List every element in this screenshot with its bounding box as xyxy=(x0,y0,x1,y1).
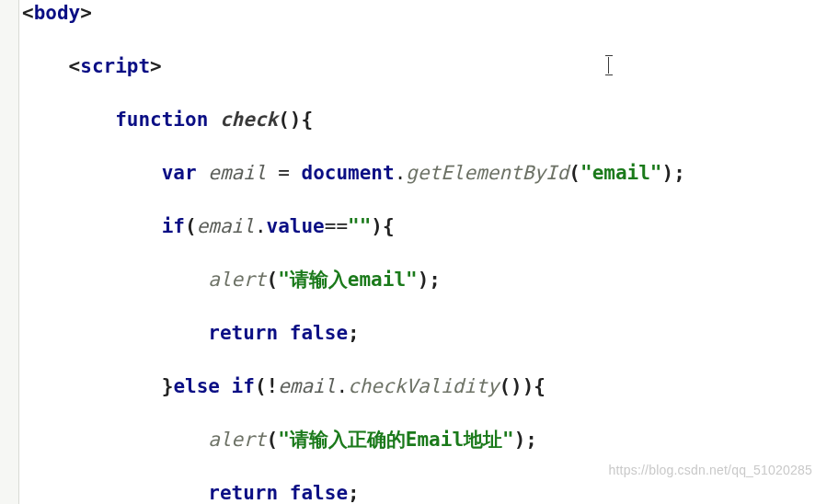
id-value: value xyxy=(267,215,325,237)
kw-function: function xyxy=(115,109,208,131)
kw-return: return xyxy=(208,482,278,504)
kw-elseif: else if xyxy=(173,375,255,397)
id-email: email xyxy=(278,375,336,397)
str-alert: "请输入正确的Email地址" xyxy=(278,429,514,451)
kw-false: false xyxy=(290,322,348,344)
code-line[interactable]: <body> xyxy=(22,0,827,27)
fn-alert: alert xyxy=(208,429,266,451)
str-empty: "" xyxy=(348,215,371,237)
code-line[interactable]: var email = document.getElementById("ema… xyxy=(22,160,827,187)
kw-false: false xyxy=(290,482,348,504)
id-email: email xyxy=(208,162,266,184)
watermark: https://blog.csdn.net/qq_51020285 xyxy=(609,457,812,484)
code-editor[interactable]: <body> <script> function check(){ var em… xyxy=(0,0,827,504)
str-email: "email" xyxy=(580,162,662,184)
fn-checkValidity: checkValidity xyxy=(348,375,499,397)
code-line[interactable]: alert("请输入email"); xyxy=(22,267,827,293)
str-alert: "请输入email" xyxy=(278,269,418,291)
kw-if: if xyxy=(162,215,185,237)
tag-body: body xyxy=(34,2,81,24)
id-email: email xyxy=(197,215,255,237)
tag-script: script xyxy=(80,55,150,77)
code-line[interactable]: if(email.value==""){ xyxy=(22,213,827,240)
fn-check: check xyxy=(220,109,278,131)
kw-var: var xyxy=(162,162,197,184)
code-line[interactable]: alert("请输入正确的Email地址"); xyxy=(22,427,827,453)
code-line[interactable]: <script> xyxy=(22,53,827,80)
fn-alert: alert xyxy=(208,269,266,291)
code-line[interactable]: function check(){ xyxy=(22,107,827,133)
code-line[interactable]: }else if(!email.checkValidity()){ xyxy=(22,373,827,400)
id-document: document xyxy=(302,162,395,184)
kw-return: return xyxy=(208,322,278,344)
gutter xyxy=(0,0,19,504)
fn-getElementById: getElementById xyxy=(406,162,569,184)
code-line[interactable]: return false; xyxy=(22,320,827,347)
